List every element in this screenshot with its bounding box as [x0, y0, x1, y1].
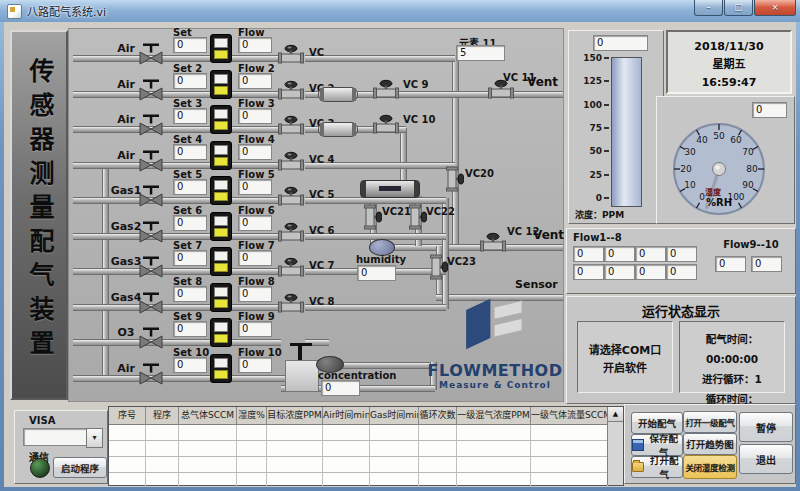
table-cell[interactable]: [419, 441, 457, 456]
table-cell[interactable]: [370, 425, 419, 440]
table-cell[interactable]: [531, 473, 608, 487]
table-row[interactable]: [109, 441, 623, 457]
table-cell[interactable]: [370, 457, 419, 472]
shutoff-valve-icon[interactable]: [138, 325, 164, 351]
shutoff-valve-icon[interactable]: [138, 183, 164, 209]
set-input[interactable]: 0: [173, 215, 207, 231]
close-button[interactable]: ×: [754, 0, 796, 16]
sidebar-title: 传感器测量配气装置: [21, 58, 57, 398]
open-gas-button[interactable]: 打开配气: [631, 456, 683, 478]
table-cell[interactable]: [267, 457, 323, 472]
vc20-valve-icon[interactable]: [444, 165, 464, 193]
table-cell[interactable]: [146, 457, 179, 472]
table-cell[interactable]: [146, 441, 179, 456]
table-cell[interactable]: [370, 441, 419, 456]
pipe: [73, 91, 281, 98]
table-cell[interactable]: [323, 425, 370, 440]
table-cell[interactable]: [267, 441, 323, 456]
combo-dropdown-button[interactable]: ▾: [86, 428, 103, 448]
vc-valve-icon[interactable]: [277, 80, 305, 100]
set-input[interactable]: 0: [173, 37, 207, 53]
table-row[interactable]: [109, 473, 623, 487]
table-cell[interactable]: [457, 441, 531, 456]
table-cell[interactable]: [457, 457, 531, 472]
table-row[interactable]: [109, 457, 623, 473]
shutoff-valve-icon[interactable]: [138, 112, 164, 138]
element11-input[interactable]: 5: [456, 45, 505, 61]
table-cell[interactable]: [323, 457, 370, 472]
table-cell[interactable]: [237, 473, 267, 487]
table-cell[interactable]: [419, 425, 457, 440]
table-cell[interactable]: [179, 473, 237, 487]
table-cell[interactable]: [179, 441, 237, 456]
shutoff-valve-icon[interactable]: [138, 77, 164, 103]
set-input[interactable]: 0: [173, 321, 207, 337]
vc-valve-icon[interactable]: [277, 293, 305, 313]
open-trend-button[interactable]: 打开趋势图: [683, 433, 737, 455]
vc12-valve-icon[interactable]: [479, 232, 507, 252]
table-cell[interactable]: [419, 473, 457, 487]
maximize-button[interactable]: □: [724, 0, 753, 16]
shutoff-valve-icon[interactable]: [138, 254, 164, 280]
table-cell[interactable]: [109, 425, 146, 440]
vc-valve-label: VC 8: [309, 296, 335, 307]
vc22-valve-icon[interactable]: [407, 203, 427, 231]
mfc-icon: [210, 247, 232, 276]
vc-valve-icon[interactable]: [277, 151, 305, 171]
table-cell[interactable]: [237, 441, 267, 456]
set-input[interactable]: 0: [173, 286, 207, 302]
set-input[interactable]: 0: [173, 250, 207, 266]
table-cell[interactable]: [457, 425, 531, 440]
table-cell[interactable]: [531, 425, 608, 440]
table-cell[interactable]: [146, 473, 179, 487]
shutoff-valve-icon[interactable]: [138, 361, 164, 387]
table-cell[interactable]: [179, 425, 237, 440]
table-cell[interactable]: [267, 425, 323, 440]
table-cell[interactable]: [267, 473, 323, 487]
vc-valve-icon[interactable]: [277, 115, 305, 135]
visa-combo[interactable]: [23, 428, 88, 446]
exit-button[interactable]: 退出: [739, 444, 793, 474]
shutoff-valve-icon[interactable]: [138, 219, 164, 245]
set-input[interactable]: 0: [173, 108, 207, 124]
table-cell[interactable]: [179, 457, 237, 472]
table-cell[interactable]: [370, 473, 419, 487]
vc-valve-icon[interactable]: [277, 257, 305, 277]
table-cell[interactable]: [531, 441, 608, 456]
vc-valve-icon[interactable]: [277, 44, 305, 64]
open-primary-gas-button[interactable]: 打开一级配气: [683, 411, 737, 433]
pause-button[interactable]: 暂停: [739, 412, 793, 442]
table-cell[interactable]: [457, 473, 531, 487]
table-cell[interactable]: [323, 473, 370, 487]
vc21-valve-icon[interactable]: [362, 203, 382, 231]
vc10-valve-icon[interactable]: [372, 114, 400, 134]
table-cell[interactable]: [109, 441, 146, 456]
table-cell[interactable]: [109, 473, 146, 487]
shutoff-valve-icon[interactable]: [138, 290, 164, 316]
table-row[interactable]: [109, 425, 623, 441]
set-input[interactable]: 0: [173, 179, 207, 195]
start-program-button[interactable]: 启动程序: [53, 457, 107, 478]
vc-valve-icon[interactable]: [277, 222, 305, 242]
table-cell[interactable]: [109, 457, 146, 472]
table-cell[interactable]: [419, 457, 457, 472]
table-scrollbar[interactable]: ▲: [607, 407, 623, 485]
scroll-up-arrow[interactable]: ▲: [608, 407, 623, 422]
set-input[interactable]: 0: [173, 144, 207, 160]
minimize-button[interactable]: –: [694, 0, 723, 16]
shutoff-valve-icon[interactable]: [138, 148, 164, 174]
close-humidity-button[interactable]: 关闭湿度检测: [683, 455, 737, 479]
set-input[interactable]: 0: [173, 73, 207, 89]
table-cell[interactable]: [237, 457, 267, 472]
tank-tick: 100: [571, 100, 609, 110]
vc9-valve-icon[interactable]: [372, 79, 400, 99]
set-input[interactable]: 0: [173, 357, 207, 373]
tank-value: 0: [593, 35, 648, 51]
table-cell[interactable]: [323, 441, 370, 456]
table-cell[interactable]: [237, 425, 267, 440]
vc-valve-icon[interactable]: [277, 186, 305, 206]
table-cell[interactable]: [146, 425, 179, 440]
shutoff-valve-icon[interactable]: [138, 41, 164, 67]
vc23-valve-icon[interactable]: [428, 253, 448, 281]
table-cell[interactable]: [531, 457, 608, 472]
